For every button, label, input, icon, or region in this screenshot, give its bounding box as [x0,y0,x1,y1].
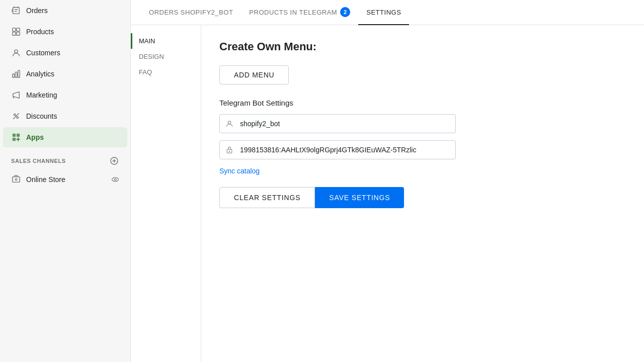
tab-orders-bot[interactable]: ORDERS SHOPIFY2_BOT [141,0,241,25]
tab-products-telegram-badge: 2 [340,7,350,17]
svg-point-16 [112,177,119,182]
tab-products-telegram-label: PRODUCTS IN TELEGRAM [249,9,337,16]
products-icon [11,27,21,37]
sync-catalog-link[interactable]: Sync catalog [219,167,260,175]
sub-nav-faq[interactable]: FAQ [131,64,201,80]
sidebar-item-orders[interactable]: Orders [3,1,127,21]
sub-nav-design-label: DESIGN [139,53,164,60]
lock-icon [225,146,233,154]
sidebar-item-customers-label: Customers [26,49,60,57]
user-icon [225,120,233,128]
svg-rect-2 [13,32,16,35]
sidebar: Orders Products Customers [0,0,131,362]
svg-rect-5 [13,74,15,77]
sidebar-item-online-store[interactable]: Online Store [3,169,127,190]
sub-nav-main[interactable]: MAIN [131,33,201,49]
svg-point-8 [14,114,16,116]
sidebar-item-apps-label: Apps [26,133,44,141]
svg-rect-3 [17,32,20,35]
sales-channels-label: SALES CHANNELS [11,158,66,164]
sidebar-item-customers[interactable]: Customers [3,43,127,63]
svg-point-4 [15,50,18,53]
svg-rect-7 [18,70,20,77]
orders-icon [11,6,21,16]
svg-rect-0 [13,28,16,31]
clear-settings-button[interactable]: CLEAR SETTINGS [219,187,315,208]
main-content: ORDERS SHOPIFY2_BOT PRODUCTS IN TELEGRAM… [131,0,644,362]
tab-products-telegram[interactable]: PRODUCTS IN TELEGRAM 2 [241,0,358,25]
bot-settings-title: Telegram Bot Settings [219,99,626,107]
svg-rect-14 [13,177,20,183]
svg-point-15 [15,178,17,180]
username-input[interactable] [219,114,456,133]
sidebar-item-marketing-label: Marketing [26,91,57,99]
sidebar-item-marketing[interactable]: Marketing [3,85,127,105]
online-store-icon [11,174,21,185]
token-input-group [219,140,626,159]
sales-channels-header: SALES CHANNELS [0,148,130,169]
settings-panel: MAIN DESIGN FAQ Create Own Menu: ADD MEN… [131,25,644,362]
discounts-icon [11,111,21,121]
svg-rect-12 [13,138,16,141]
sub-nav-main-label: MAIN [139,37,155,45]
sidebar-item-products-label: Products [26,28,54,36]
online-store-visibility-icon[interactable] [111,175,119,184]
svg-rect-1 [17,28,20,31]
sidebar-item-online-store-label: Online Store [26,175,65,184]
action-buttons: CLEAR SETTINGS SAVE SETTINGS [219,187,626,208]
sidebar-item-analytics[interactable]: Analytics [3,64,127,84]
sidebar-item-products[interactable]: Products [3,22,127,42]
save-settings-button[interactable]: SAVE SETTINGS [315,187,404,208]
sidebar-item-discounts[interactable]: Discounts [3,106,127,126]
sub-nav-design[interactable]: DESIGN [131,49,201,64]
tab-settings-label: SETTINGS [366,9,401,16]
svg-rect-6 [15,72,17,77]
tab-orders-bot-label: ORDERS SHOPIFY2_BOT [149,9,233,16]
sidebar-item-analytics-label: Analytics [26,70,54,78]
svg-rect-10 [13,134,16,137]
svg-point-20 [229,151,230,152]
analytics-icon [11,69,21,79]
settings-title: Create Own Menu: [219,40,626,53]
tabs-bar: ORDERS SHOPIFY2_BOT PRODUCTS IN TELEGRAM… [131,0,644,25]
sub-nav-faq-label: FAQ [139,68,152,76]
svg-rect-11 [17,134,20,137]
tab-settings[interactable]: SETTINGS [358,0,409,25]
sidebar-item-orders-label: Orders [26,7,48,15]
settings-content: Create Own Menu: ADD MENU Telegram Bot S… [201,25,644,362]
add-menu-button[interactable]: ADD MENU [219,65,289,84]
username-input-group [219,114,626,133]
sidebar-item-apps[interactable]: Apps [3,127,127,147]
add-sales-channel-button[interactable] [109,156,119,166]
marketing-icon [11,90,21,100]
svg-point-9 [17,117,19,119]
sub-nav: MAIN DESIGN FAQ [131,25,201,362]
token-input[interactable] [219,140,456,159]
svg-point-18 [228,121,231,124]
customers-icon [11,48,21,58]
sidebar-item-discounts-label: Discounts [26,112,57,120]
svg-point-17 [114,178,116,180]
apps-icon [11,132,21,142]
